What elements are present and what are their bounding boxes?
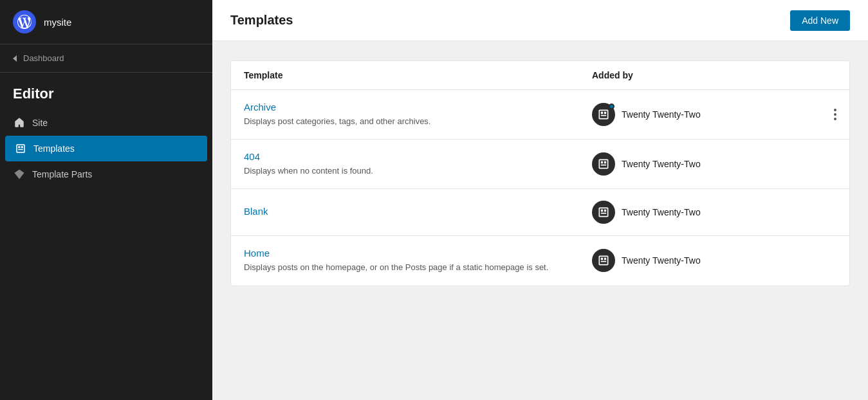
sidebar-item-templates[interactable]: Templates [5, 136, 207, 161]
theme-icon-archive [592, 103, 615, 126]
added-by-cell-archive: Twenty Twenty-Two [592, 103, 836, 126]
main-header: Templates Add New [212, 0, 868, 41]
dashboard-link[interactable]: Dashboard [0, 44, 212, 73]
template-cell: 404 Displays when no content is found. [244, 151, 592, 177]
theme-icon-404 [592, 152, 615, 176]
chevron-left-icon [13, 55, 17, 62]
table-row: Home Displays posts on the homepage, or … [231, 236, 849, 285]
theme-icon-home [592, 249, 615, 272]
row-actions-archive[interactable] [831, 106, 839, 123]
site-name: mysite [44, 17, 71, 28]
template-cell: Blank [244, 206, 592, 219]
page-title: Templates [230, 13, 293, 28]
templates-icon [14, 142, 27, 155]
template-name-home[interactable]: Home [244, 248, 592, 259]
template-cell: Home Displays posts on the homepage, or … [244, 248, 592, 273]
template-desc-home: Displays posts on the homepage, or on th… [244, 262, 548, 272]
main-content: Templates Add New Template Added by Arch… [212, 0, 868, 400]
added-by-cell-home: Twenty Twenty-Two [592, 249, 836, 272]
theme-logo-icon [597, 206, 610, 219]
content-area: Template Added by Archive Displays post … [212, 41, 868, 400]
wordpress-icon [17, 15, 32, 29]
col-header-template: Template [244, 70, 592, 80]
sidebar-item-template-parts-label: Template Parts [32, 169, 92, 179]
added-by-cell-404: Twenty Twenty-Two [592, 152, 836, 176]
sidebar-item-site[interactable]: Site [0, 110, 212, 136]
theme-icon-blank [592, 201, 615, 224]
wp-logo [13, 10, 36, 33]
template-desc-archive: Displays post categories, tags, and othe… [244, 116, 430, 126]
theme-name-archive: Twenty Twenty-Two [622, 109, 701, 120]
template-name-archive[interactable]: Archive [244, 102, 592, 113]
theme-logo-icon [597, 108, 610, 121]
dashboard-label: Dashboard [23, 53, 64, 63]
editor-label: Editor [0, 73, 212, 110]
template-cell: Archive Displays post categories, tags, … [244, 102, 592, 127]
sidebar-item-templates-label: Templates [33, 143, 75, 154]
three-dots-menu[interactable] [834, 109, 836, 120]
sidebar-item-site-label: Site [32, 118, 48, 128]
add-new-button[interactable]: Add New [790, 10, 850, 31]
diamond-icon [13, 168, 26, 181]
template-desc-404: Displays when no content is found. [244, 166, 373, 176]
table-row: Blank Twenty Twenty-Two [231, 189, 849, 236]
templates-table: Template Added by Archive Displays post … [230, 60, 850, 286]
table-row: Archive Displays post categories, tags, … [231, 90, 849, 140]
table-row: 404 Displays when no content is found. T… [231, 140, 849, 189]
sidebar-header: mysite [0, 0, 212, 44]
theme-logo-icon [597, 254, 610, 267]
theme-name-home: Twenty Twenty-Two [622, 255, 701, 266]
theme-name-404: Twenty Twenty-Two [622, 159, 701, 169]
theme-logo-icon [597, 158, 610, 170]
theme-name-blank: Twenty Twenty-Two [622, 207, 701, 217]
template-name-blank[interactable]: Blank [244, 206, 592, 217]
template-name-404[interactable]: 404 [244, 151, 592, 162]
table-header: Template Added by [231, 61, 849, 90]
col-header-added-by: Added by [592, 70, 836, 80]
sidebar-item-template-parts[interactable]: Template Parts [0, 161, 212, 187]
sidebar: mysite Dashboard Editor Site Templates T… [0, 0, 212, 400]
added-by-cell-blank: Twenty Twenty-Two [592, 201, 836, 224]
active-dot [609, 104, 614, 109]
home-icon [13, 116, 26, 129]
